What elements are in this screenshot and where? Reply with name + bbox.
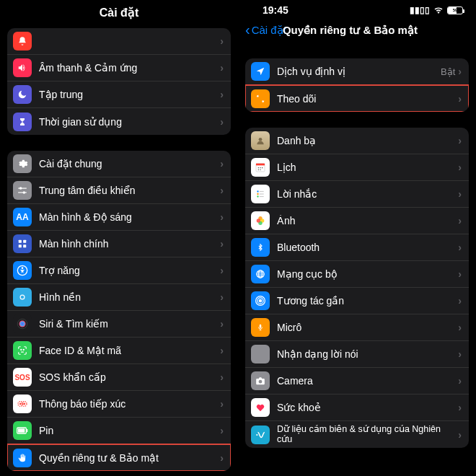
- svg-rect-3: [18, 192, 27, 193]
- svg-point-29: [262, 167, 263, 168]
- row-speech[interactable]: Nhận dạng lời nói ›: [245, 341, 469, 368]
- svg-point-27: [258, 167, 259, 168]
- gear-icon: [13, 154, 32, 173]
- row-sos[interactable]: SOS SOS khẩn cấp ›: [7, 364, 231, 391]
- row-photos[interactable]: Ảnh ›: [245, 208, 469, 234]
- privacy-screen: 19:45 ▮▮▯▯ 59 ‹ Cài đặt Quyền riêng tư &…: [238, 0, 476, 476]
- svg-point-10: [20, 295, 25, 299]
- chevron-left-icon: ‹: [245, 22, 250, 38]
- row-location-services[interactable]: Dịch vụ định vị Bật ›: [245, 58, 469, 85]
- svg-rect-7: [23, 244, 26, 247]
- research-icon: [251, 426, 270, 444]
- chevron-right-icon: ›: [220, 452, 224, 464]
- svg-rect-4: [19, 240, 22, 243]
- svg-point-28: [260, 167, 260, 168]
- row-label: Lời nhắc: [277, 188, 458, 200]
- chevron-right-icon: ›: [220, 318, 224, 330]
- bluetooth-icon: [251, 238, 270, 257]
- row-battery[interactable]: Pin ›: [7, 418, 231, 444]
- battery-icon: [13, 421, 32, 440]
- chevron-right-icon: ›: [458, 93, 462, 105]
- wifi-icon: [433, 6, 444, 14]
- svg-rect-20: [27, 429, 27, 432]
- chevron-right-icon: ›: [458, 162, 462, 173]
- row-reminders[interactable]: Lời nhắc ›: [245, 181, 469, 208]
- row-label: Trung tâm điều khiển: [39, 185, 220, 196]
- svg-rect-6: [19, 244, 22, 247]
- row-privacy[interactable]: Quyền riêng tư & Bảo mật ›: [7, 444, 231, 471]
- chevron-right-icon: ›: [220, 425, 224, 436]
- row-notifications[interactable]: ›: [7, 28, 231, 55]
- row-label: Hình nền: [39, 291, 220, 303]
- row-home-screen[interactable]: Màn hình chính ›: [7, 231, 231, 257]
- chevron-right-icon: ›: [458, 215, 462, 226]
- row-microphone[interactable]: Micrô ›: [245, 314, 469, 341]
- row-label: Cài đặt chung: [39, 158, 220, 169]
- row-label: Quyền riêng tư & Bảo mật: [39, 452, 220, 464]
- row-wallpaper[interactable]: Hình nền ›: [7, 284, 231, 311]
- moon-icon: [13, 85, 32, 104]
- chevron-right-icon: ›: [458, 348, 462, 360]
- chevron-right-icon: ›: [220, 62, 224, 74]
- row-control-center[interactable]: Trung tâm điều khiển ›: [7, 177, 231, 204]
- row-label: Thời gian sử dụng: [39, 116, 220, 128]
- row-contacts[interactable]: Danh bạ ›: [245, 128, 469, 154]
- row-label: Âm thanh & Cảm ứng: [39, 62, 220, 74]
- chevron-right-icon: ›: [220, 291, 224, 303]
- row-label: Lịch: [277, 162, 458, 173]
- row-research[interactable]: Dữ liệu cảm biến & sử dụng của Nghiên cứ…: [245, 421, 469, 448]
- svg-point-32: [257, 190, 258, 192]
- row-general[interactable]: Cài đặt chung ›: [7, 151, 231, 177]
- row-bluetooth[interactable]: Bluetooth ›: [245, 234, 469, 261]
- svg-rect-35: [260, 193, 264, 194]
- row-accessibility[interactable]: Trợ năng ›: [7, 257, 231, 284]
- chevron-right-icon: ›: [458, 402, 462, 413]
- chevron-right-icon: ›: [220, 158, 224, 169]
- location-icon: [251, 62, 270, 81]
- chevron-right-icon: ›: [458, 242, 462, 253]
- row-camera[interactable]: Camera ›: [245, 368, 469, 395]
- row-label: Danh bạ: [277, 135, 458, 146]
- svg-point-44: [259, 299, 262, 302]
- row-focus[interactable]: Tập trung ›: [7, 81, 231, 108]
- row-label: Tập trung: [39, 89, 220, 100]
- row-label: Dịch vụ định vị: [277, 66, 441, 77]
- sos-icon: SOS: [13, 368, 32, 387]
- reminders-icon: [251, 185, 270, 203]
- svg-point-18: [23, 403, 25, 405]
- speech-icon: [251, 345, 270, 363]
- row-tracking[interactable]: Theo dõi ›: [245, 85, 469, 112]
- photos-icon: [251, 211, 270, 230]
- svg-point-22: [257, 95, 258, 97]
- accessibility-icon: [13, 261, 32, 280]
- page-title: Quyền riêng tư & Bảo mật: [275, 24, 469, 37]
- row-faceid[interactable]: Face ID & Mật mã ›: [7, 338, 231, 364]
- svg-point-17: [19, 403, 22, 405]
- chevron-right-icon: ›: [458, 322, 462, 333]
- svg-rect-33: [260, 191, 264, 192]
- network-icon: [251, 265, 270, 283]
- row-health[interactable]: Sức khoẻ ›: [245, 395, 469, 421]
- signal-icon: ▮▮▯▯: [410, 5, 430, 15]
- chevron-right-icon: ›: [458, 429, 462, 441]
- row-label: Màn hình & Độ sáng: [39, 211, 220, 223]
- group-app-privacy: Danh bạ › Lịch › Lời nhắc › Ảnh › Blueto…: [245, 128, 469, 448]
- svg-point-41: [257, 219, 260, 222]
- row-screentime[interactable]: Thời gian sử dụng ›: [7, 108, 231, 135]
- row-sounds[interactable]: Âm thanh & Cảm ứng ›: [7, 55, 231, 81]
- svg-point-9: [22, 267, 24, 269]
- page-title: Cài đặt: [0, 0, 238, 28]
- hourglass-icon: [13, 113, 32, 131]
- row-calendar[interactable]: Lịch ›: [245, 154, 469, 181]
- row-nearby[interactable]: Tương tác gần ›: [245, 288, 469, 314]
- row-label: Nhận dạng lời nói: [277, 348, 458, 360]
- row-siri[interactable]: Siri & Tìm kiếm ›: [7, 311, 231, 338]
- row-label: Pin: [39, 425, 220, 436]
- svg-rect-26: [256, 164, 265, 166]
- row-exposure[interactable]: Thông báo tiếp xúc ›: [7, 391, 231, 418]
- row-local-network[interactable]: Mạng cục bộ ›: [245, 261, 469, 288]
- row-display[interactable]: AA Màn hình & Độ sáng ›: [7, 204, 231, 231]
- chevron-right-icon: ›: [220, 211, 224, 223]
- settings-main-screen: Cài đặt › Âm thanh & Cảm ứng › Tập trung…: [0, 0, 238, 476]
- row-label: Tương tác gần: [277, 295, 458, 307]
